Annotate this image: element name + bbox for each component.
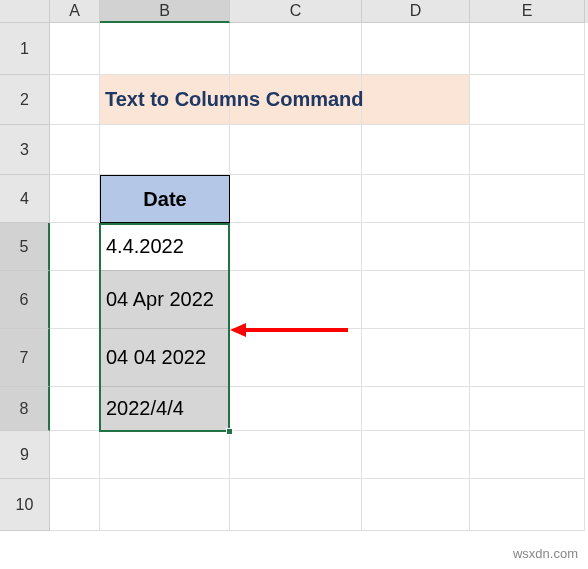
cell-B2-title[interactable]: Text to Columns Command	[100, 75, 230, 125]
row-header-9[interactable]: 9	[0, 431, 50, 479]
cell-D9[interactable]	[362, 431, 470, 479]
row-header-3[interactable]: 3	[0, 125, 50, 175]
row-header-6[interactable]: 6	[0, 271, 50, 329]
cell-B6[interactable]: 04 Apr 2022	[100, 271, 230, 329]
cell-A7[interactable]	[50, 329, 100, 387]
row-header-7[interactable]: 7	[0, 329, 50, 387]
row-header-10[interactable]: 10	[0, 479, 50, 531]
cell-C3[interactable]	[230, 125, 362, 175]
watermark: wsxdn.com	[513, 546, 578, 561]
col-header-B[interactable]: B	[100, 0, 230, 23]
col-header-D[interactable]: D	[362, 0, 470, 23]
cell-E4[interactable]	[470, 175, 585, 223]
cell-B10[interactable]	[100, 479, 230, 531]
cell-D2[interactable]	[362, 75, 470, 125]
cell-D3[interactable]	[362, 125, 470, 175]
cell-C5[interactable]	[230, 223, 362, 271]
arrow-icon	[230, 320, 350, 340]
cell-D1[interactable]	[362, 23, 470, 75]
col-header-E[interactable]: E	[470, 0, 585, 23]
col-header-A[interactable]: A	[50, 0, 100, 23]
cell-B8[interactable]: 2022/4/4	[100, 387, 230, 431]
col-header-C[interactable]: C	[230, 0, 362, 23]
cell-E6[interactable]	[470, 271, 585, 329]
svg-marker-1	[230, 323, 246, 337]
cell-E8[interactable]	[470, 387, 585, 431]
cell-A1[interactable]	[50, 23, 100, 75]
column-headers: A B C D E	[0, 0, 588, 23]
cell-D5[interactable]	[362, 223, 470, 271]
cell-A6[interactable]	[50, 271, 100, 329]
cell-B1[interactable]	[100, 23, 230, 75]
cell-E2[interactable]	[470, 75, 585, 125]
cell-C8[interactable]	[230, 387, 362, 431]
row-header-8[interactable]: 8	[0, 387, 50, 431]
cell-C1[interactable]	[230, 23, 362, 75]
row-header-4[interactable]: 4	[0, 175, 50, 223]
select-all-corner[interactable]	[0, 0, 50, 23]
cell-C10[interactable]	[230, 479, 362, 531]
fill-handle[interactable]	[226, 428, 233, 435]
row-header-1[interactable]: 1	[0, 23, 50, 75]
cell-A9[interactable]	[50, 431, 100, 479]
cell-C9[interactable]	[230, 431, 362, 479]
cell-B9[interactable]	[100, 431, 230, 479]
cell-E7[interactable]	[470, 329, 585, 387]
cell-A3[interactable]	[50, 125, 100, 175]
cell-D4[interactable]	[362, 175, 470, 223]
row-header-5[interactable]: 5	[0, 223, 50, 271]
cell-D8[interactable]	[362, 387, 470, 431]
cell-A2[interactable]	[50, 75, 100, 125]
cell-D10[interactable]	[362, 479, 470, 531]
cell-A8[interactable]	[50, 387, 100, 431]
cell-E10[interactable]	[470, 479, 585, 531]
cell-B4-header[interactable]: Date	[100, 175, 230, 223]
cell-B7[interactable]: 04 04 2022	[100, 329, 230, 387]
cell-E9[interactable]	[470, 431, 585, 479]
spreadsheet-grid: A B C D E 1 2 Text to Columns Command 3 …	[0, 0, 588, 531]
cell-A4[interactable]	[50, 175, 100, 223]
cell-E5[interactable]	[470, 223, 585, 271]
cell-D7[interactable]	[362, 329, 470, 387]
cell-C4[interactable]	[230, 175, 362, 223]
cell-A10[interactable]	[50, 479, 100, 531]
cell-B3[interactable]	[100, 125, 230, 175]
row-header-2[interactable]: 2	[0, 75, 50, 125]
cell-A5[interactable]	[50, 223, 100, 271]
cell-E3[interactable]	[470, 125, 585, 175]
cell-E1[interactable]	[470, 23, 585, 75]
cell-B5[interactable]: 4.4.2022	[100, 223, 230, 271]
cell-D6[interactable]	[362, 271, 470, 329]
